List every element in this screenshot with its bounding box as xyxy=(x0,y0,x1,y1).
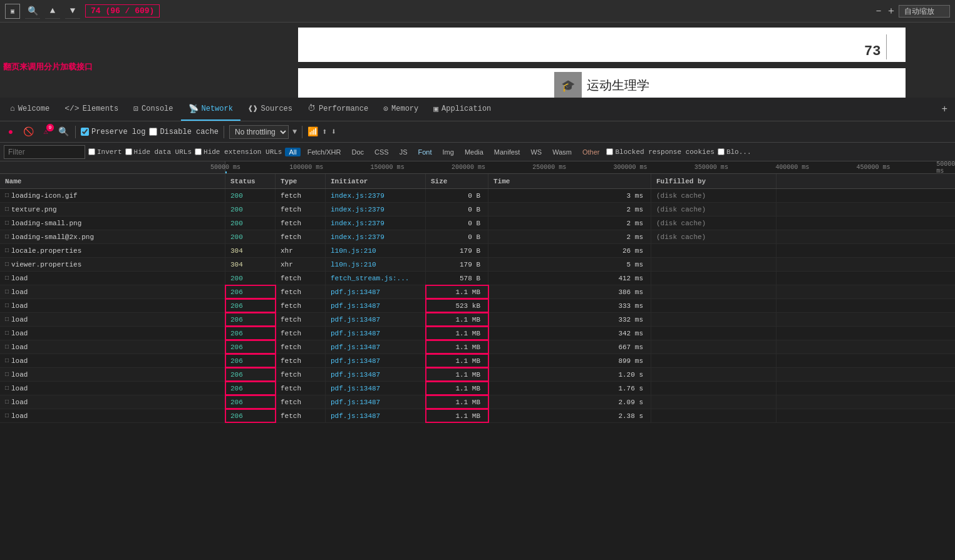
table-row[interactable]: □ loading-icon.gif 200 fetch index.js:23… xyxy=(0,189,955,203)
filter-type-font[interactable]: Font xyxy=(415,148,436,156)
table-row[interactable]: □ load 206 fetch pdf.js:13487 1.1 MB 342… xyxy=(0,327,955,340)
td-initiator-16[interactable]: pdf.js:13487 xyxy=(326,409,426,422)
filter-type-img[interactable]: Img xyxy=(439,148,458,156)
td-status-6: 200 xyxy=(225,272,276,285)
page-counter: 74 (96 / 609) xyxy=(85,4,160,18)
disable-cache-checkbox[interactable] xyxy=(149,128,157,136)
filter-type-other[interactable]: Other xyxy=(579,148,604,156)
td-initiator-13[interactable]: pdf.js:13487 xyxy=(326,368,426,381)
table-row[interactable]: □ load 206 fetch pdf.js:13487 1.1 MB 1.2… xyxy=(0,368,955,382)
preserve-log-label[interactable]: Preserve log xyxy=(81,128,145,136)
tab-elements[interactable]: </> Elements xyxy=(57,98,126,121)
nav-up-btn[interactable]: ▲ xyxy=(45,4,60,19)
tab-console[interactable]: ⊡ Console xyxy=(126,98,180,121)
tab-welcome[interactable]: ⌂ Welcome xyxy=(3,98,57,121)
download-icon[interactable]: ⬇ xyxy=(331,126,336,137)
zoom-select[interactable]: 自动缩放 xyxy=(899,5,950,18)
throttle-dropdown-icon[interactable]: ▼ xyxy=(292,128,297,136)
table-row[interactable]: □ load 206 fetch pdf.js:13487 1.1 MB 2.0… xyxy=(0,395,955,409)
preserve-log-checkbox[interactable] xyxy=(81,128,89,136)
td-status-5: 304 xyxy=(225,258,276,271)
blocked2-label[interactable]: Blo... xyxy=(718,148,751,156)
filter-input[interactable] xyxy=(4,145,85,159)
filter-type-wasm[interactable]: Wasm xyxy=(549,148,576,156)
hide-ext-urls-checkbox[interactable] xyxy=(195,148,202,155)
blocked-cookies-checkbox[interactable] xyxy=(606,148,613,155)
page-number-display: 73 xyxy=(864,44,880,59)
invert-label[interactable]: Invert xyxy=(88,148,122,156)
tab-memory[interactable]: ⊙ Memory xyxy=(376,98,426,121)
table-row[interactable]: □ locale.properties 304 xhr l10n.js:210 … xyxy=(0,244,955,258)
td-initiator-10[interactable]: pdf.js:13487 xyxy=(326,327,426,340)
filter-type-fetch[interactable]: Fetch/XHR xyxy=(304,148,345,156)
td-name-15: □ load xyxy=(0,395,225,409)
filter-type-media[interactable]: Media xyxy=(461,148,487,156)
separator-1 xyxy=(75,126,76,138)
td-size-9: 1.1 MB xyxy=(426,313,488,326)
td-time-12: 899 ms xyxy=(488,354,651,367)
throttle-select[interactable]: No throttling xyxy=(229,125,289,139)
table-row[interactable]: □ loading-small.png 200 fetch index.js:2… xyxy=(0,216,955,230)
filter-type-all[interactable]: All xyxy=(285,148,300,156)
table-row[interactable]: □ load 206 fetch pdf.js:13487 1.1 MB 667… xyxy=(0,340,955,354)
td-initiator-7[interactable]: pdf.js:13487 xyxy=(326,285,426,298)
table-row[interactable]: □ load 206 fetch pdf.js:13487 1.1 MB 1.7… xyxy=(0,382,955,395)
panel-toggle-btn[interactable]: ▣ xyxy=(5,4,20,19)
add-tab-btn[interactable]: + xyxy=(936,104,952,115)
blocked2-checkbox[interactable] xyxy=(718,148,725,155)
nav-down-btn[interactable]: ▼ xyxy=(65,4,80,19)
zoom-minus-btn[interactable]: － xyxy=(874,4,884,18)
table-row[interactable]: □ texture.png 200 fetch index.js:2379 0 … xyxy=(0,203,955,216)
table-row[interactable]: □ load 206 fetch pdf.js:13487 1.1 MB 2.3… xyxy=(0,409,955,423)
td-time-4: 26 ms xyxy=(488,244,651,257)
table-row[interactable]: □ load 206 fetch pdf.js:13487 1.1 MB 899… xyxy=(0,354,955,368)
filter-type-ws[interactable]: WS xyxy=(527,148,545,156)
td-initiator-12[interactable]: pdf.js:13487 xyxy=(326,354,426,367)
invert-checkbox[interactable] xyxy=(88,148,95,155)
td-initiator-9[interactable]: pdf.js:13487 xyxy=(326,313,426,326)
table-row[interactable]: □ load 206 fetch pdf.js:13487 1.1 MB 386… xyxy=(0,285,955,299)
table-row[interactable]: □ load 200 fetch fetch_stream.js:... 578… xyxy=(0,272,955,285)
td-name-13: □ load xyxy=(0,368,225,381)
hide-data-urls-label[interactable]: Hide data URLs xyxy=(125,148,192,156)
td-initiator-6[interactable]: fetch_stream.js:... xyxy=(326,272,426,285)
td-initiator-11[interactable]: pdf.js:13487 xyxy=(326,340,426,354)
filter-type-doc[interactable]: Doc xyxy=(348,148,368,156)
zoom-plus-btn[interactable]: ＋ xyxy=(886,4,896,18)
td-initiator-15[interactable]: pdf.js:13487 xyxy=(326,395,426,409)
upload-icon[interactable]: ⬆ xyxy=(322,126,327,137)
table-row[interactable]: □ load 206 fetch pdf.js:13487 1.1 MB 332… xyxy=(0,313,955,327)
td-initiator-14[interactable]: pdf.js:13487 xyxy=(326,382,426,395)
tab-performance[interactable]: ⏱ Performance xyxy=(300,98,376,121)
filter-type-css[interactable]: CSS xyxy=(371,148,393,156)
disable-cache-label[interactable]: Disable cache xyxy=(149,128,219,136)
td-initiator-8[interactable]: pdf.js:13487 xyxy=(326,299,426,312)
td-fulfilled-11 xyxy=(651,340,777,354)
td-initiator-3[interactable]: index.js:2379 xyxy=(326,230,426,243)
record-btn[interactable]: ● xyxy=(4,125,18,139)
tab-network[interactable]: 📡 Network xyxy=(181,98,240,121)
td-initiator-2[interactable]: index.js:2379 xyxy=(326,216,426,230)
td-time-11: 667 ms xyxy=(488,340,651,354)
tab-sources[interactable]: ❰❱ Sources xyxy=(240,98,300,121)
td-initiator-5[interactable]: l10n.js:210 xyxy=(326,258,426,271)
blocked-cookies-label[interactable]: Blocked response cookies xyxy=(606,148,714,156)
search-network-btn[interactable]: 🔍 xyxy=(56,125,70,139)
filter-type-manifest[interactable]: Manifest xyxy=(490,148,524,156)
filter-type-js[interactable]: JS xyxy=(396,148,411,156)
clear-btn[interactable]: 🚫 xyxy=(21,125,35,139)
td-initiator-1[interactable]: index.js:2379 xyxy=(326,203,426,216)
table-row[interactable]: □ viewer.properties 304 xhr l10n.js:210 … xyxy=(0,258,955,272)
ruler-label-area xyxy=(0,161,225,173)
tab-application[interactable]: ▣ Application xyxy=(426,98,498,121)
td-initiator-0[interactable]: index.js:2379 xyxy=(326,189,426,202)
tick-400k: 400000 ms xyxy=(775,164,809,171)
search-btn[interactable]: 🔍 xyxy=(25,4,40,19)
table-row[interactable]: □ loading-small@2x.png 200 fetch index.j… xyxy=(0,230,955,244)
hide-data-urls-checkbox[interactable] xyxy=(125,148,132,155)
request-table[interactable]: Name Status Type Initiator Size Time Ful… xyxy=(0,174,955,560)
td-initiator-4[interactable]: l10n.js:210 xyxy=(326,244,426,257)
table-row[interactable]: □ load 206 fetch pdf.js:13487 523 kB 333… xyxy=(0,299,955,313)
hide-ext-urls-label[interactable]: Hide extension URLs xyxy=(195,148,282,156)
error-btn[interactable]: ⚠ 9 xyxy=(39,125,53,139)
